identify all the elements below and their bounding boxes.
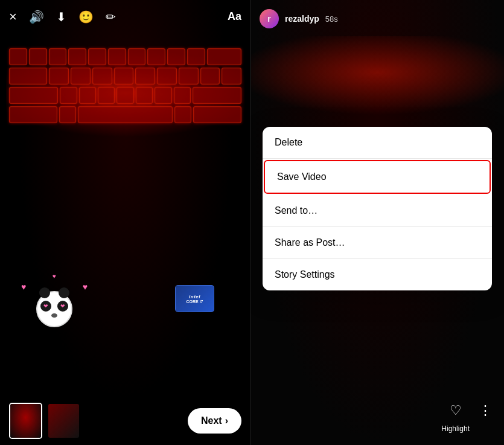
thumbnail-1[interactable]: [9, 403, 42, 439]
top-toolbar: × 🔊 ⬇ 🙂 ✏ Aa: [0, 0, 250, 33]
avatar: r: [260, 9, 279, 28]
story-header: r rezaldyp 58s: [260, 9, 495, 28]
menu-item-delete[interactable]: Delete: [263, 127, 492, 159]
key: [174, 106, 191, 123]
key: [9, 106, 57, 123]
next-label: Next: [201, 415, 222, 426]
key: [79, 87, 96, 104]
key: [29, 48, 47, 65]
menu-item-save-video[interactable]: Save Video: [264, 160, 491, 194]
sound-icon[interactable]: 🔊: [29, 10, 44, 24]
key: [59, 106, 76, 123]
more-button[interactable]: ⋮: [479, 403, 492, 429]
key: [9, 87, 58, 104]
key: [88, 48, 106, 65]
send-to-label: Send to…: [275, 205, 317, 216]
key: [9, 48, 27, 65]
menu-item-send-to[interactable]: Send to…: [263, 195, 492, 227]
key: [49, 68, 69, 85]
sticker-icon[interactable]: 🙂: [78, 10, 94, 24]
key: [108, 48, 126, 65]
key: [193, 106, 241, 123]
highlight-button[interactable]: ♡ Highlight: [441, 399, 470, 433]
key: [92, 68, 112, 85]
key: [167, 48, 185, 65]
key: [157, 68, 177, 85]
thumbnail-2[interactable]: [47, 403, 80, 439]
keyboard-visual: [9, 48, 241, 181]
key: [60, 87, 77, 104]
key: [136, 87, 153, 104]
key: [98, 87, 115, 104]
intel-badge: intel CORE i7: [175, 285, 214, 312]
key: [68, 48, 86, 65]
key: [147, 48, 165, 65]
draw-icon[interactable]: ✏: [106, 10, 116, 24]
key: [222, 68, 241, 85]
key: [155, 87, 171, 104]
key: [207, 48, 242, 65]
share-as-post-label: Share as Post…: [275, 237, 345, 248]
left-story-panel: intel CORE i7 ♥ ♥ ♥ × 🔊 ⬇ 🙂 ✏ Aa Next: [0, 0, 250, 445]
key: [49, 48, 67, 65]
key: [193, 87, 241, 104]
bottom-thumbnail-bar: Next ›: [0, 397, 250, 445]
key: [174, 87, 191, 104]
key: [179, 68, 199, 85]
right-story-panel: r rezaldyp 58s Delete Save Video Send to…: [250, 0, 504, 445]
highlight-label: Highlight: [441, 424, 470, 433]
key: [128, 48, 146, 65]
key: [114, 68, 134, 85]
key-space: [78, 106, 173, 123]
story-settings-label: Story Settings: [275, 269, 335, 280]
key: [135, 68, 155, 85]
close-icon[interactable]: ×: [9, 9, 17, 25]
username-label: rezaldyp: [285, 14, 319, 24]
panel-divider: [250, 0, 251, 445]
text-tool-button[interactable]: Aa: [228, 10, 241, 23]
key: [71, 68, 91, 85]
menu-item-story-settings[interactable]: Story Settings: [263, 259, 492, 290]
context-menu: Delete Save Video Send to… Share as Post…: [263, 127, 492, 290]
key: [200, 68, 220, 85]
key: [9, 68, 47, 85]
timestamp-label: 58s: [325, 14, 338, 24]
highlight-icon: ♡: [444, 399, 467, 422]
next-arrow: ›: [225, 415, 228, 426]
next-button[interactable]: Next ›: [188, 408, 241, 434]
save-video-label: Save Video: [277, 171, 327, 182]
delete-label: Delete: [275, 137, 302, 148]
panda-sticker: ♥ ♥ ♥: [30, 285, 78, 333]
key: [116, 87, 133, 104]
menu-item-share-as-post[interactable]: Share as Post…: [263, 227, 492, 259]
download-icon[interactable]: ⬇: [56, 10, 66, 24]
bottom-actions: ♡ Highlight ⋮: [250, 399, 504, 439]
key: [187, 48, 205, 65]
